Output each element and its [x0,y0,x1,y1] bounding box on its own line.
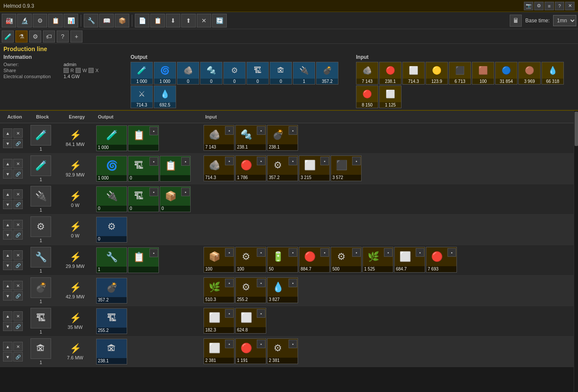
toolbar-upload-btn[interactable]: ⬆ [181,14,196,27]
in-cell-icon-4-3: 🔴 [299,247,320,266]
action-del-5[interactable]: ✕ [13,281,23,290]
action-up-5[interactable]: ▲ [3,281,12,290]
action-up-6[interactable]: ▲ [3,311,12,321]
block-col-4: 🔧 1 [26,245,56,275]
scrollbar[interactable] [574,111,578,392]
toolbar-settings-btn[interactable]: ⚙ [33,14,47,27]
action-link-5[interactable]: 🔗 [13,291,23,301]
close-btn[interactable]: ✕ [565,2,575,10]
list-btn[interactable]: ≡ [545,2,554,10]
page-header: Production line Information Owner: admin… [0,44,578,111]
help-btn[interactable]: ? [555,2,564,10]
action-link-0[interactable]: 🔗 [13,139,23,148]
calc-btn[interactable]: 🖩 [510,15,522,27]
toolbar-science-btn[interactable]: 🔬 [17,14,32,27]
action-up-1[interactable]: ▲ [3,159,12,168]
input-cell-5-1: ⚙ ▪ 255.2 [235,277,266,303]
sub-question-btn[interactable]: ? [57,30,69,43]
screenshot-btn[interactable]: 📷 [524,2,533,10]
action-del-4[interactable]: ✕ [13,250,23,260]
main-content: Production line Information Owner: admin… [0,44,578,392]
toolbar-clipboard-btn[interactable]: 📋 [150,14,165,27]
sub-gear-btn[interactable]: ⚙ [29,30,41,43]
action-del-6[interactable]: ✕ [13,311,23,321]
in-cell-top-4-5: 🌿 ▪ [363,247,393,266]
energy-col-1: ⚡ 92.9 MW [56,154,94,184]
action-link-3[interactable]: 🔗 [13,230,23,240]
action-down-7[interactable]: ▼ [3,352,12,362]
output-item-4: ⚙ 0 [223,62,246,85]
output-col-5: 💣 357.2 [94,276,202,306]
cell-icon-1-2: 📋 [160,156,181,175]
sub-potion-btn[interactable]: ⚗ [15,30,27,43]
base-time-select[interactable]: 1mn 5mn 1h [553,15,576,26]
share-boxes: R W X [64,68,99,73]
input-cell-1-4: ⬛ ▪ 3 572 [331,155,362,181]
action-link-7[interactable]: 🔗 [13,352,23,362]
sub-flask-btn[interactable]: 🧪 [2,30,14,43]
cell-top-1-1: 🏗 ▪ [128,156,158,175]
input-item-2: ⬜ 714.3 [402,62,425,85]
cell-val-6-0: 255.2 [97,328,127,334]
input-cell-7-1: 🔴 ▪ 1 191 [235,338,266,364]
action-down-6[interactable]: ▼ [3,322,12,331]
toolbar-box-btn[interactable]: 📦 [115,14,129,27]
action-up-7[interactable]: ▲ [3,342,12,351]
toolbar-factory-btn[interactable]: 🏭 [2,14,16,27]
energy-icon-4: ⚡ [70,252,81,263]
filter-btn[interactable]: ⚙ [534,2,544,10]
action-down-1[interactable]: ▼ [3,169,12,179]
toolbar-refresh-btn[interactable]: 🔄 [212,14,227,27]
toolbar-list-btn[interactable]: 📋 [48,14,63,27]
action-del-1[interactable]: ✕ [13,159,23,168]
input-cell-4-4: ⚙ ▪ 500 [331,247,362,273]
input-cell-1-2: ⚙ ▪ 357.2 [267,155,298,181]
block-col-1: 🧪 1 [26,154,56,184]
input-item-val-4: 6 713 [449,79,471,84]
scrollbar-thumb[interactable] [575,112,578,146]
toolbar-chart-btn[interactable]: 📊 [64,14,78,27]
col-header-input: Input [204,112,572,121]
action-down-3[interactable]: ▼ [3,230,12,240]
input-item-3: 🟡 123.9 [426,62,448,85]
in-cell-top-4-1: ⚙ ▪ [236,247,266,266]
action-down-2[interactable]: ▼ [3,200,12,209]
action-del-0[interactable]: ✕ [13,128,23,138]
action-up-3[interactable]: ▲ [3,220,12,229]
action-down-4[interactable]: ▼ [3,261,12,270]
action-del-2[interactable]: ✕ [13,189,23,199]
input-col-2 [202,184,574,214]
action-up-0[interactable]: ▲ [3,128,12,138]
action-del-3[interactable]: ✕ [13,220,23,229]
input-panel: Input 🪨 7 143 🔴 238.1 ⬜ 714.3 🟡 123.9 ⬛ … [356,54,575,108]
action-down-5[interactable]: ▼ [3,291,12,301]
toolbar-download-btn[interactable]: ⬇ [166,14,180,27]
cell-top-0-1: 📋 ▪ [128,126,158,145]
input-cell-4-2: 🔋 ▪ 50 [267,247,298,273]
action-down-0[interactable]: ▼ [3,139,12,148]
sub-tag-btn[interactable]: 🏷 [43,30,55,43]
action-link-4[interactable]: 🔗 [13,261,23,270]
sub-plus-btn[interactable]: + [70,30,82,43]
action-col-4: ▲ ✕ ▼ 🔗 [0,245,26,275]
action-del-7[interactable]: ✕ [13,342,23,351]
in-cell-top-5-2: 💧 ▪ [268,278,298,297]
action-up-4[interactable]: ▲ [3,250,12,260]
output-cell-0-0: 🧪 1 000 [96,125,127,151]
action-link-1[interactable]: 🔗 [13,169,23,179]
toolbar-copy-btn[interactable]: 📄 [135,14,149,27]
action-row-top-1: ▲ ✕ [3,159,23,168]
share-box-w [76,68,81,73]
in-cell-top-6-0: ⬜ ▪ [204,308,234,327]
action-up-2[interactable]: ▲ [3,189,12,199]
cell-icon-2-2: 📦 [160,187,181,206]
toolbar-book-btn[interactable]: 📖 [99,14,114,27]
toolbar-cancel-btn[interactable]: ✕ [197,14,211,27]
in-cell-icon-4-5: 🌿 [363,247,383,266]
output-panel: Output 🧪 1 000 🌀 1 000 🪨 0 🔩 0 ⚙ 0 🏗 0 🏚… [131,54,349,108]
action-link-2[interactable]: 🔗 [13,200,23,209]
output-item-8: 💣 357.2 [316,62,338,85]
toolbar-wrench-btn[interactable]: 🔧 [84,14,98,27]
energy-icon-2: ⚡ [70,191,81,202]
action-link-6[interactable]: 🔗 [13,322,23,331]
